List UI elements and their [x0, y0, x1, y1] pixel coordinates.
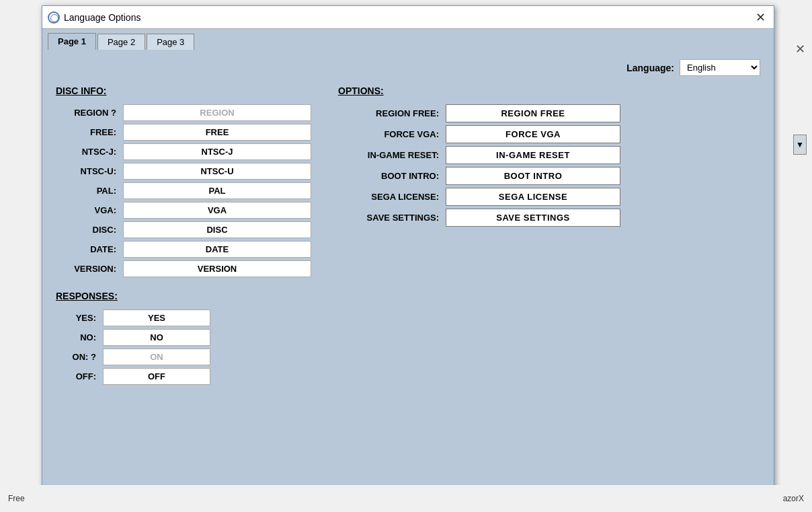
disc-row-region: REGION ?	[56, 104, 311, 121]
tab-page3[interactable]: Page 3	[147, 34, 194, 50]
disc-label-disc: DISC:	[56, 225, 116, 235]
disc-row-disc: DISC:	[56, 221, 311, 238]
responses-title: RESPONSES:	[56, 291, 311, 301]
option-btn-boot-intro[interactable]: BOOT INTRO	[446, 167, 620, 185]
bottom-bar: Free azorX	[0, 485, 812, 512]
disc-label-region: REGION ?	[56, 108, 116, 118]
option-btn-force-vga[interactable]: FORCE VGA	[446, 125, 620, 143]
option-btn-in-game-reset[interactable]: IN-GAME RESET	[446, 146, 620, 164]
option-row-region-free: REGION FREE: REGION FREE	[338, 104, 620, 122]
option-row-boot-intro: BOOT INTRO: BOOT INTRO	[338, 167, 620, 185]
tab-page2[interactable]: Page 2	[97, 34, 145, 50]
response-label-on: ON: ?	[56, 352, 96, 362]
disc-row-vga: VGA:	[56, 202, 311, 219]
disc-label-free: FREE:	[56, 127, 116, 137]
dialog-content: Language: English French German Spanish …	[42, 50, 774, 394]
disc-label-vga: VGA:	[56, 205, 116, 215]
disc-input-ntscu[interactable]	[123, 163, 311, 180]
options-section: OPTIONS: REGION FREE: REGION FREE FORCE …	[338, 85, 620, 385]
option-label-region-free: REGION FREE:	[338, 108, 439, 118]
disc-info-rows: REGION ? FREE: NTSC-J: NTSC-U:	[56, 104, 311, 277]
disc-input-free[interactable]	[123, 124, 311, 141]
option-row-save-settings: SAVE SETTINGS: SAVE SETTINGS	[338, 209, 620, 227]
language-field-label: Language:	[626, 63, 674, 73]
responses-section: RESPONSES: YES: NO: ON: ?	[56, 291, 311, 385]
disc-label-version: VERSION:	[56, 264, 116, 274]
response-row-no: NO:	[56, 329, 311, 346]
disc-row-date: DATE:	[56, 241, 311, 258]
response-label-yes: YES:	[56, 313, 96, 323]
response-input-no[interactable]	[103, 329, 210, 346]
disc-label-date: DATE:	[56, 244, 116, 254]
language-select[interactable]: English French German Spanish Japanese	[680, 59, 760, 76]
dialog-close-button[interactable]: ✕	[752, 9, 768, 26]
disc-input-ntscj[interactable]	[123, 143, 311, 160]
response-rows: YES: NO: ON: ? OFF:	[56, 309, 311, 385]
tabs-bar: Page 1 Page 2 Page 3	[42, 29, 774, 50]
option-label-in-game-reset: IN-GAME RESET:	[338, 150, 439, 160]
dialog-title: Language Options	[64, 12, 140, 23]
option-label-sega-license: SEGA LICENSE:	[338, 192, 439, 202]
disc-input-disc[interactable]	[123, 221, 311, 238]
option-row-force-vga: FORCE VGA: FORCE VGA	[338, 125, 620, 143]
response-input-yes[interactable]	[103, 309, 210, 326]
disc-info-section: DISC INFO: REGION ? FREE: NTSC-J:	[56, 85, 311, 385]
response-label-no: NO:	[56, 332, 96, 342]
options-rows: REGION FREE: REGION FREE FORCE VGA: FORC…	[338, 104, 620, 227]
bottom-left-text: Free	[8, 494, 25, 503]
tab-page1[interactable]: Page 1	[48, 33, 96, 50]
disc-row-pal: PAL:	[56, 182, 311, 199]
title-bar: Language Options ✕	[42, 6, 774, 29]
disc-input-date[interactable]	[123, 241, 311, 258]
main-columns: DISC INFO: REGION ? FREE: NTSC-J:	[56, 85, 760, 385]
language-options-dialog: Language Options ✕ Page 1 Page 2 Page 3 …	[42, 5, 774, 507]
option-btn-sega-license[interactable]: SEGA LICENSE	[446, 188, 620, 206]
disc-label-pal: PAL:	[56, 186, 116, 196]
side-dropdown[interactable]: ▼	[793, 135, 807, 155]
disc-input-vga[interactable]	[123, 202, 311, 219]
response-row-off: OFF:	[56, 368, 311, 385]
title-bar-left: Language Options	[48, 11, 140, 24]
response-label-off: OFF:	[56, 371, 96, 381]
disc-row-ntscu: NTSC-U:	[56, 163, 311, 180]
options-title: OPTIONS:	[338, 85, 620, 96]
disc-row-free: FREE:	[56, 124, 311, 141]
dialog-icon	[48, 11, 60, 24]
outer-close-icon[interactable]: ✕	[795, 42, 805, 57]
response-input-on[interactable]	[103, 349, 210, 365]
option-row-in-game-reset: IN-GAME RESET: IN-GAME RESET	[338, 146, 620, 164]
disc-label-ntscu: NTSC-U:	[56, 166, 116, 176]
response-row-on: ON: ?	[56, 349, 311, 365]
disc-row-ntscj: NTSC-J:	[56, 143, 311, 160]
option-btn-region-free[interactable]: REGION FREE	[446, 104, 620, 122]
option-label-force-vga: FORCE VGA:	[338, 129, 439, 139]
disc-info-title: DISC INFO:	[56, 85, 311, 96]
disc-input-pal[interactable]	[123, 182, 311, 199]
option-label-save-settings: SAVE SETTINGS:	[338, 213, 439, 223]
response-input-off[interactable]	[103, 368, 210, 385]
disc-input-version[interactable]	[123, 260, 311, 277]
option-row-sega-license: SEGA LICENSE: SEGA LICENSE	[338, 188, 620, 206]
response-row-yes: YES:	[56, 309, 311, 326]
option-btn-save-settings[interactable]: SAVE SETTINGS	[446, 209, 620, 227]
disc-row-version: VERSION:	[56, 260, 311, 277]
disc-input-region[interactable]	[123, 104, 311, 121]
disc-label-ntscj: NTSC-J:	[56, 147, 116, 157]
bottom-right-text: azorX	[783, 494, 804, 503]
language-row: Language: English French German Spanish …	[56, 59, 760, 76]
option-label-boot-intro: BOOT INTRO:	[338, 171, 439, 181]
